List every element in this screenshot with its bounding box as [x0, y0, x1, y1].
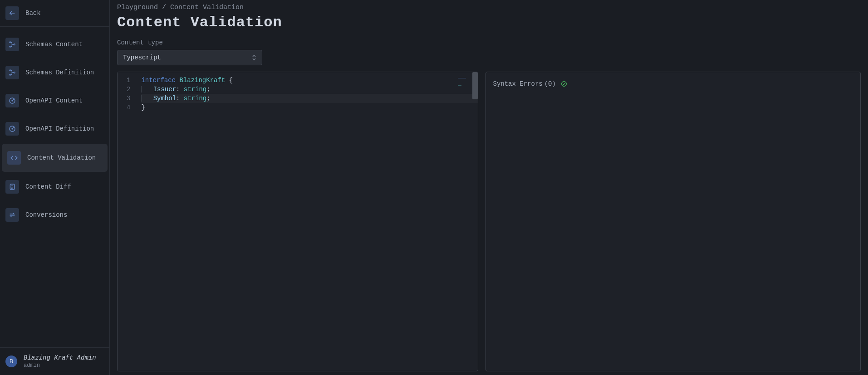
- breadcrumb-current: Content Validation: [170, 4, 244, 11]
- content-type-value: Typescript: [123, 54, 161, 61]
- swap-icon: [5, 208, 19, 222]
- sidebar-item-label: Content Validation: [27, 154, 96, 161]
- back-arrow-icon: [5, 6, 19, 20]
- sidebar-item-schemas-definition[interactable]: Schemas Definition: [0, 58, 109, 87]
- line-number-gutter: 1234: [118, 72, 135, 371]
- content-type-select[interactable]: Typescript: [117, 50, 262, 65]
- main: Playground / Content Validation Content …: [110, 0, 868, 375]
- sidebar-item-conversions[interactable]: Conversions: [0, 201, 109, 229]
- tree-icon: [5, 66, 19, 79]
- sidebar-item-openapi-content[interactable]: OpenAPI Content: [0, 87, 109, 115]
- svg-point-5: [14, 72, 15, 73]
- panels: 1234 interface BlazingKraft { Issuer: st…: [117, 72, 861, 371]
- breadcrumb-sep: /: [158, 4, 170, 11]
- user-footer[interactable]: B Blazing Kraft Admin admin: [0, 347, 109, 375]
- errors-label: Syntax Errors: [493, 80, 543, 88]
- user-name: Blazing Kraft Admin: [24, 354, 96, 361]
- svg-point-9: [12, 128, 13, 129]
- sidebar-nav: Schemas Content Schemas Definition OpenA…: [0, 27, 109, 347]
- svg-point-2: [14, 44, 15, 45]
- errors-panel: Syntax Errors (0): [485, 72, 861, 371]
- sidebar-item-label: Schemas Definition: [25, 69, 94, 76]
- sidebar-top: Back: [0, 0, 109, 27]
- gauge-icon: [5, 94, 19, 107]
- sidebar: Back Schemas Content Schemas Definition …: [0, 0, 110, 375]
- breadcrumb: Playground / Content Validation: [117, 4, 861, 11]
- back-label: Back: [25, 10, 41, 17]
- code-area[interactable]: interface BlazingKraft { Issuer: string;…: [135, 72, 477, 371]
- sidebar-item-content-validation[interactable]: Content Validation: [2, 144, 108, 172]
- sidebar-item-label: Conversions: [25, 211, 67, 219]
- code-icon: [7, 151, 21, 165]
- svg-point-3: [10, 70, 11, 71]
- chevron-updown-icon: [252, 54, 256, 61]
- user-info: Blazing Kraft Admin admin: [24, 354, 96, 369]
- back-button[interactable]: Back: [0, 0, 109, 26]
- sidebar-item-label: OpenAPI Content: [25, 97, 83, 104]
- sidebar-item-content-diff[interactable]: Content Diff: [0, 173, 109, 201]
- sidebar-item-openapi-definition[interactable]: OpenAPI Definition: [0, 115, 109, 143]
- code-editor[interactable]: 1234 interface BlazingKraft { Issuer: st…: [117, 72, 478, 371]
- svg-point-0: [10, 42, 11, 43]
- svg-point-7: [12, 100, 13, 101]
- breadcrumb-root[interactable]: Playground: [117, 4, 158, 11]
- errors-header: Syntax Errors (0): [493, 80, 853, 88]
- errors-count: (0): [544, 80, 556, 88]
- user-role: admin: [24, 362, 96, 369]
- svg-point-4: [10, 74, 11, 75]
- content-type-select-wrap: Typescript: [117, 50, 262, 65]
- content-type-label: Content type: [117, 39, 861, 46]
- avatar: B: [5, 356, 17, 367]
- file-diff-icon: [5, 180, 19, 194]
- scrollbar-vertical[interactable]: [472, 72, 478, 99]
- sidebar-item-label: Schemas Content: [25, 41, 83, 48]
- sidebar-item-label: OpenAPI Definition: [25, 125, 94, 132]
- sidebar-item-label: Content Diff: [25, 183, 71, 190]
- tree-icon: [5, 38, 19, 51]
- gauge-icon: [5, 122, 19, 136]
- check-circle-icon: [560, 80, 568, 88]
- page-title: Content Validation: [117, 14, 861, 31]
- svg-point-1: [10, 46, 11, 47]
- minimap[interactable]: [458, 73, 471, 76]
- sidebar-item-schemas-content[interactable]: Schemas Content: [0, 30, 109, 58]
